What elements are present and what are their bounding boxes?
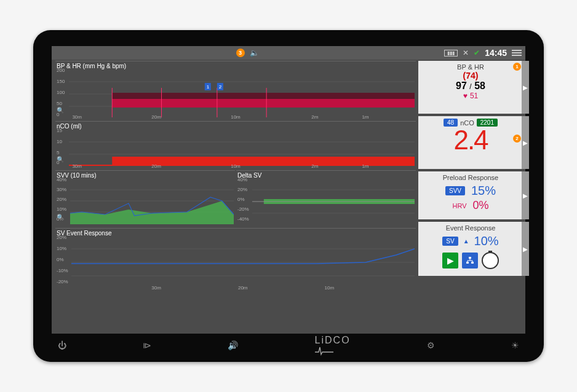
svv-tag: SVV — [445, 186, 465, 195]
power-icon[interactable]: ⏻ — [58, 340, 66, 350]
brand-logo: LiDCO — [315, 335, 351, 356]
chart-svv[interactable]: SVV (10 mins) 40%30% 20%10% 0% 🔍 — [55, 170, 235, 227]
sv-tag: SV — [442, 237, 458, 246]
volume-icon[interactable]: 🔊 — [228, 340, 238, 350]
svv-value: 15% — [471, 184, 496, 198]
svg-rect-28 — [469, 257, 471, 259]
panel-badge: 2 — [513, 135, 521, 143]
svg-rect-29 — [466, 262, 469, 264]
hr-paren: (74) — [463, 71, 479, 80]
hardware-bar: ⏻ ⧐ 🔊 LiDCO ⚙ ☀ — [58, 335, 519, 356]
alert-badge[interactable]: 3 — [236, 49, 245, 57]
panels-column: BP & HR 1 (74) 97 / 58 ♥ 51 ▶ — [418, 61, 523, 332]
main-area: BP & HR (mm Hg & bpm) 200150 10050 0 🔍 — [52, 60, 525, 334]
panel-badge: 1 — [513, 63, 521, 71]
chart-title: SVV (10 mins) — [55, 171, 235, 179]
no-signal-icon: ✕ — [463, 49, 469, 57]
bp-values: 97 / 58 — [456, 80, 485, 92]
chart-nco[interactable]: nCO (ml) 1510 50 🔍 30m20m 10m2m 1m — [55, 121, 416, 169]
svg-rect-30 — [471, 262, 474, 264]
svg-rect-4 — [112, 93, 415, 99]
panel-expand-icon[interactable]: ▶ — [522, 116, 529, 169]
panel-title: Event Response — [446, 224, 496, 232]
zoom-icon[interactable]: 🔍 — [57, 156, 64, 163]
panel-expand-icon[interactable]: ▶ — [522, 61, 529, 114]
screen: 3 🔈 ▮▮▮ ✕ ✔ 14:45 BP & HR (mm Hg & bpm) … — [52, 46, 525, 334]
chart-sv-event[interactable]: SV Event Response 20%10% 0%-10% -20% 30m… — [55, 228, 416, 291]
gear-icon[interactable]: ⚙ — [427, 340, 435, 350]
zoom-icon[interactable]: 🔍 — [57, 107, 64, 114]
menu-icon[interactable] — [512, 49, 522, 57]
charts-column: BP & HR (mm Hg & bpm) 200150 10050 0 🔍 — [52, 61, 416, 332]
status-bar: 3 🔈 ▮▮▮ ✕ ✔ 14:45 — [52, 46, 525, 60]
tree-button[interactable] — [462, 253, 478, 269]
hrv-tag: HRV — [452, 202, 466, 210]
play-button[interactable]: ▶ — [442, 253, 458, 269]
svg-text:1: 1 — [207, 84, 210, 90]
battery-icon: ▮▮▮ — [444, 50, 458, 57]
panel-title: Preload Response — [443, 174, 499, 181]
speaker-icon[interactable]: 🔈 — [250, 49, 259, 57]
nco-value: 2.4 — [453, 127, 487, 154]
chart-title: BP & HR (mm Hg & bpm) — [55, 61, 416, 69]
panel-bp-hr[interactable]: BP & HR 1 (74) 97 / 58 ♥ 51 ▶ — [418, 61, 523, 114]
trend-up-icon: ▲ — [463, 238, 469, 245]
svg-text:2: 2 — [219, 84, 222, 90]
panel-expand-icon[interactable]: ▶ — [522, 171, 529, 219]
device-frame: 3 🔈 ▮▮▮ ✕ ✔ 14:45 BP & HR (mm Hg & bpm) … — [33, 30, 544, 362]
heart-icon: ♥ — [463, 92, 468, 100]
zoom-icon[interactable]: 🔍 — [57, 214, 64, 221]
timer-icon[interactable] — [482, 252, 499, 269]
chart-title: SV Event Response — [55, 229, 416, 237]
chart-title: nCO (ml) — [55, 122, 416, 130]
hr-value: ♥ 51 — [463, 92, 478, 100]
chart-title: Delta SV — [236, 171, 416, 179]
panel-event-response[interactable]: Event Response SV ▲ 10% ▶ ▶ — [418, 222, 523, 276]
chart-delta-sv[interactable]: Delta SV 40%20% 0%-20% -40% — [236, 170, 416, 227]
panel-nco[interactable]: 48 nCO 2201 2.4 2 ▶ — [418, 116, 523, 169]
brightness-icon[interactable]: ☀ — [511, 340, 519, 350]
clock: 14:45 — [485, 48, 507, 58]
chart-bp-hr[interactable]: BP & HR (mm Hg & bpm) 200150 10050 0 🔍 — [55, 61, 416, 120]
panel-preload[interactable]: Preload Response SVV 15% HRV 0% ▶ — [418, 171, 523, 219]
chart-row-svv: SVV (10 mins) 40%30% 20%10% 0% 🔍 Delta S… — [55, 170, 416, 227]
panel-expand-icon[interactable]: ▶ — [522, 222, 529, 276]
step-fwd-icon[interactable]: ⧐ — [143, 340, 151, 350]
sv-value: 10% — [474, 234, 499, 248]
panel-title: BP & HR — [457, 63, 484, 71]
status-ok-icon: ✔ — [474, 49, 480, 57]
hrv-value: 0% — [473, 199, 489, 212]
